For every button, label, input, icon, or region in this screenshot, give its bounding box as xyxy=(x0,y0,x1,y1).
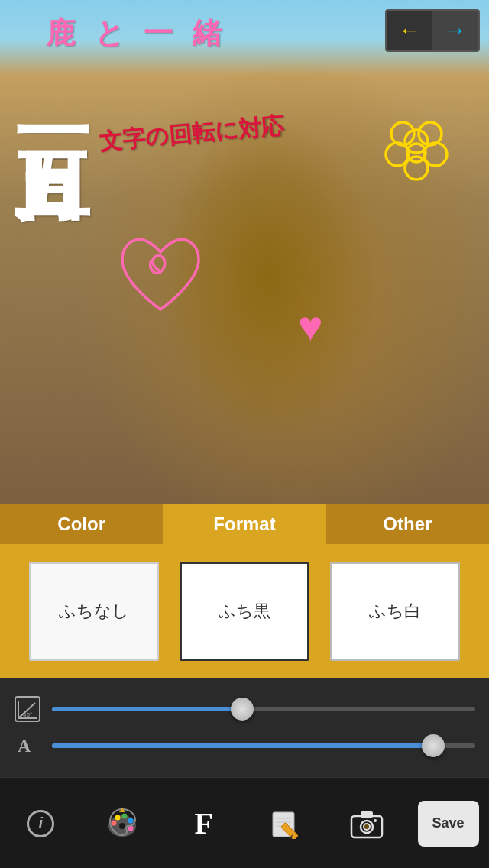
info-button[interactable]: i xyxy=(6,793,75,854)
svg-point-32 xyxy=(364,824,369,829)
size-slider-thumb[interactable] xyxy=(422,734,445,757)
font-icon: F xyxy=(194,805,212,841)
format-options-panel: ふちなし ふち黒 ふち白 xyxy=(0,544,489,678)
size-slider-fill xyxy=(52,743,433,748)
svg-text:45°: 45° xyxy=(23,711,32,718)
size-slider-track[interactable] xyxy=(52,743,475,748)
svg-point-4 xyxy=(391,122,414,145)
angle-slider-fill xyxy=(52,707,242,711)
bottom-toolbar: i F xyxy=(0,777,489,868)
size-slider-row: A xyxy=(14,732,475,760)
svg-point-5 xyxy=(419,122,442,145)
info-icon: i xyxy=(27,810,54,837)
tab-format[interactable]: Format xyxy=(163,504,325,544)
forward-arrow-button[interactable]: → xyxy=(432,11,478,50)
svg-point-17 xyxy=(121,813,127,818)
small-heart-decoration: ♥ xyxy=(298,302,323,351)
deer-background xyxy=(0,0,489,504)
svg-point-16 xyxy=(115,815,120,820)
flower-decoration xyxy=(378,118,455,194)
camera-icon xyxy=(350,808,384,839)
edit-button[interactable] xyxy=(251,793,319,854)
angle-icon: 45° xyxy=(14,695,41,723)
angle-slider-row: 45° xyxy=(14,695,475,723)
fontsize-icon: A xyxy=(14,732,41,760)
palette-button[interactable] xyxy=(88,793,157,854)
save-label: Save xyxy=(418,801,479,847)
tab-color[interactable]: Color xyxy=(0,504,163,544)
tab-bar: Color Format Other xyxy=(0,504,489,544)
svg-text:A: A xyxy=(18,736,31,756)
format-option-white[interactable]: ふち白 xyxy=(330,562,460,661)
back-arrow-button[interactable]: ← xyxy=(387,11,432,50)
sliders-panel: 45° A xyxy=(0,678,489,777)
spiral-heart-decoration xyxy=(111,225,210,335)
angle-slider-track[interactable] xyxy=(52,707,475,711)
svg-point-2 xyxy=(386,143,409,166)
format-option-none[interactable]: ふちなし xyxy=(29,562,159,661)
angle-slider-thumb[interactable] xyxy=(231,698,254,721)
save-button[interactable]: Save xyxy=(414,793,483,854)
svg-point-3 xyxy=(424,143,447,166)
svg-point-18 xyxy=(128,818,133,823)
svg-point-14 xyxy=(119,823,125,829)
photo-canvas: ← → 鹿 と 一 緒 五月一日 文字の回転に対応 xyxy=(0,0,489,504)
font-button[interactable]: F xyxy=(170,793,238,854)
camera-button[interactable] xyxy=(332,793,401,854)
format-option-black[interactable]: ふち黒 xyxy=(180,562,309,661)
pencil-icon xyxy=(270,808,300,839)
tab-other[interactable]: Other xyxy=(326,504,489,544)
svg-point-15 xyxy=(111,820,116,825)
top-text-overlay[interactable]: 鹿 と 一 緒 xyxy=(46,14,228,53)
palette-icon xyxy=(106,808,138,840)
svg-point-31 xyxy=(374,819,377,822)
svg-rect-28 xyxy=(361,811,373,818)
navigation-arrows: ← → xyxy=(385,9,480,52)
